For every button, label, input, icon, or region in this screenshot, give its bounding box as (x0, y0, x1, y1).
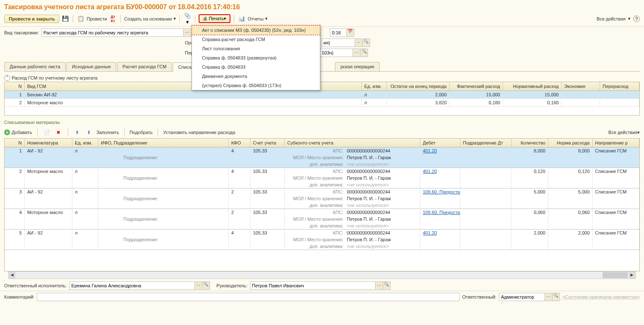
provesti-icon[interactable]: 📋 (77, 15, 85, 23)
submit-button[interactable]: Провести и закрыть (4, 15, 59, 23)
help-icon[interactable]: ? (633, 15, 640, 22)
move-down-icon[interactable]: ⬇ (85, 128, 93, 137)
print-dropdown: Акт о списании МЗ (ф. 0504230) (52н, ред… (192, 25, 320, 90)
all-actions-button[interactable]: Все действия▾ (608, 130, 640, 135)
col-ost[interactable]: Остаток на конец периода (387, 82, 450, 90)
chevron-down-icon[interactable]: ▾ (174, 16, 176, 21)
type-input[interactable] (41, 28, 184, 37)
open-button[interactable]: 🔍 (383, 281, 391, 290)
calendar-button[interactable]: 📅 (347, 28, 354, 37)
direction-button[interactable]: Установить направление расхода (163, 130, 235, 135)
cell: 0,180 (503, 99, 562, 106)
delete-icon[interactable]: ✖ (54, 128, 63, 137)
scroll-right-icon[interactable]: ► (629, 272, 635, 279)
table-row[interactable]: 5 АИ - 92 л 4 105.33 КПС:000000000000002… (5, 230, 639, 250)
per-input[interactable] (319, 49, 353, 57)
separator (68, 129, 68, 136)
col-header[interactable]: ИФО, Подразделение (98, 139, 229, 147)
chevron-down-icon[interactable]: ▾ (265, 16, 268, 21)
open-button[interactable]: 🔍 (360, 49, 368, 57)
move-up-icon[interactable]: ⬆ (73, 128, 82, 137)
print-button[interactable]: 🖨 Печать▾ (199, 14, 230, 23)
dtkt-icon[interactable]: ДтКт (109, 15, 117, 23)
table-row[interactable]: 1 АИ - 92 л 4 105.33 КПС:000000000000002… (5, 147, 639, 168)
tab-worksheet-data[interactable]: Данные рабочего листа (4, 62, 66, 71)
status-text[interactable]: <Состояние оригинала неизвестно> (562, 294, 640, 299)
select-button[interactable]: Подобрать (130, 130, 153, 135)
col-n[interactable]: N (5, 82, 25, 90)
table-row[interactable]: 4 Моторное масло л 2 105.33 КПС:00000000… (5, 209, 639, 230)
print-menu-item[interactable]: Справка ф. 0504833 (192, 62, 320, 72)
col-header[interactable]: N (5, 139, 25, 147)
print-menu-item[interactable]: Движения документа (192, 72, 320, 81)
copy-icon[interactable]: 📄 (43, 128, 51, 137)
col-header[interactable]: Норма расхода (548, 139, 593, 147)
print-menu-item[interactable]: Акт о списании МЗ (ф. 0504230) (52н, ред… (192, 25, 320, 35)
scroll-thumb[interactable] (603, 272, 628, 278)
provesti-label[interactable]: Провести (87, 16, 107, 21)
select-button[interactable]: … (355, 39, 363, 47)
gsm-row[interactable]: 1 Бензин АИ-92 л 2,000 15,000 15,000 (5, 91, 639, 99)
col-eco[interactable]: Экономия (562, 82, 600, 90)
fill-button[interactable]: Заполнить (97, 130, 119, 135)
print-menu-item[interactable]: (устарел) Справка ф. 0504833 (173н) (192, 81, 320, 90)
print-menu-item[interactable]: Лист голосования (192, 44, 320, 53)
separator (37, 129, 38, 136)
collapse-icon[interactable]: ⌃ (4, 75, 10, 81)
mat-section-title: Списываемые материалы (4, 116, 640, 126)
date-input[interactable] (330, 28, 347, 37)
scroll-left-icon[interactable]: ◄ (9, 272, 15, 279)
tab-operation[interactable]: рская операция (335, 62, 380, 71)
col-norm[interactable]: Нормативный расход (503, 82, 562, 90)
materials-grid: N Номенклатура Ед. изм. ИФО, Подразделен… (4, 138, 640, 271)
attach-icon[interactable]: 📎▾ (183, 15, 192, 23)
col-header[interactable]: Направление р (593, 139, 639, 147)
col-per[interactable]: Перерасход (600, 82, 639, 90)
print-menu-item[interactable]: Справка ф. 0504833 (развернутая) (192, 53, 320, 62)
separator (120, 15, 121, 23)
open-button[interactable]: 🔍 (552, 293, 560, 301)
select-button[interactable]: … (184, 28, 191, 37)
tab-source-data[interactable]: Исходные данные (66, 62, 116, 71)
select-button[interactable]: … (376, 281, 383, 290)
chevron-down-icon[interactable]: ▾ (628, 16, 631, 21)
reports-button[interactable]: Отчеты (248, 16, 263, 21)
resp-label: Ответственный исполнитель: (4, 283, 67, 288)
col-header[interactable]: Субконто счета учета (285, 139, 420, 147)
horizontal-scrollbar[interactable]: ◄ ► (8, 271, 636, 279)
select-button[interactable]: … (545, 293, 552, 301)
comment-input[interactable] (37, 293, 460, 301)
add-button[interactable]: +Добавить (4, 129, 32, 135)
save-icon[interactable]: 💾 (61, 15, 69, 23)
reports-icon[interactable]: 📊 (238, 15, 246, 23)
resp-input[interactable] (69, 281, 195, 290)
col-header[interactable]: Количество (511, 139, 548, 147)
select-button[interactable]: … (353, 49, 360, 57)
all-actions-button[interactable]: Все действия (597, 16, 626, 21)
open-button[interactable]: 🔍 (363, 39, 370, 47)
open-button[interactable]: 🔍 (202, 281, 210, 290)
tab-gsm-calc[interactable]: Расчет расхода ГСМ (117, 62, 172, 71)
create-on-button[interactable]: Создать на основании (124, 16, 172, 21)
cell: Бензин АИ-92 (25, 91, 362, 98)
org-input[interactable] (322, 39, 355, 47)
col-header[interactable]: Подразделение Дт (460, 139, 511, 147)
print-menu-item[interactable]: Справка-расчет расхода ГСМ (192, 35, 320, 44)
main-toolbar: Провести и закрыть 💾 📋 Провести ДтКт Соз… (0, 13, 644, 27)
col-header[interactable]: Дебет (420, 139, 460, 147)
gsm-section-title: Расход ГСМ по учетному листу агрегата (12, 75, 97, 80)
col-header[interactable]: Ед. изм. (72, 139, 98, 147)
col-header[interactable]: КФО (229, 139, 250, 147)
col-ed[interactable]: Ед. изм. (362, 82, 387, 90)
user-input[interactable] (499, 293, 545, 301)
gsm-row[interactable]: 2 Моторное масло л 3,820 0,180 0,180 (5, 99, 639, 107)
tabs: Данные рабочего листа Исходные данные Ра… (0, 62, 644, 71)
table-row[interactable]: 3 АИ - 92 л 2 105.33 КПС:000000000000002… (5, 188, 639, 209)
type-label: Вид таксировки: (4, 30, 39, 35)
col-header[interactable]: Номенклатура (25, 139, 72, 147)
head-input[interactable] (250, 281, 376, 290)
table-row[interactable]: 2 Моторное масло л 4 105.33 КПС:00000000… (5, 168, 639, 188)
select-button[interactable]: … (195, 281, 202, 290)
col-header[interactable]: Счет учета (250, 139, 285, 147)
col-fact[interactable]: Фактический расход (450, 82, 503, 90)
